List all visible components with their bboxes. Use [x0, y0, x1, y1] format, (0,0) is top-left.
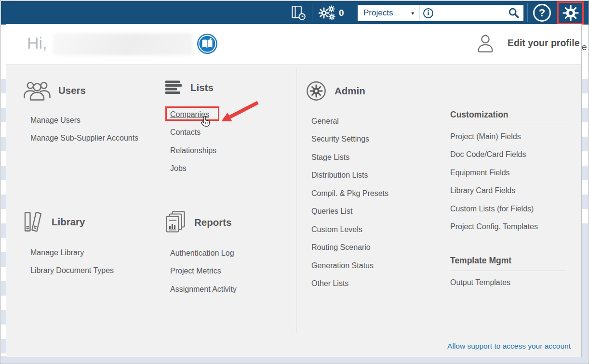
section-library-title: Library: [52, 216, 85, 228]
topbar: 0 Projects ▾ i ?: [1, 1, 589, 25]
annotation-arrow: [215, 100, 261, 126]
menu-item-compil-pkg-presets[interactable]: Compil. & Pkg Presets: [311, 184, 388, 203]
topbar-separator: [357, 3, 357, 22]
settings-menu-panel: Users Manage Users Manage Sub-Supplier A…: [6, 65, 582, 357]
greeting-text: Hi,: [27, 34, 47, 52]
search-icon[interactable]: [508, 7, 520, 19]
topbar-separator: [312, 3, 312, 22]
admin-gear-icon: [306, 80, 327, 102]
lists-links: Companies Contacts Relationships Jobs: [170, 105, 216, 178]
users-links: Manage Users Manage Sub-Supplier Account…: [30, 111, 138, 147]
menu-item-distribution-lists[interactable]: Distribution Lists: [311, 167, 388, 185]
chevron-down-icon: ▾: [411, 10, 414, 16]
menu-item-queries-list[interactable]: Queries List: [311, 203, 388, 221]
admin-links: General Security Settings Stage Lists Di…: [311, 112, 388, 293]
edit-profile-label: Edit your profile: [508, 38, 580, 49]
background-rows-right: [581, 65, 588, 238]
menu-item-companies[interactable]: Companies: [170, 105, 216, 124]
menu-item-manage-sub-supplier-accounts[interactable]: Manage Sub-Supplier Accounts: [30, 130, 138, 148]
settings-gear-highlight-box[interactable]: [557, 1, 584, 25]
menu-item-general[interactable]: General: [311, 112, 388, 130]
menu-item-generation-status[interactable]: Generation Status: [311, 257, 388, 275]
section-reports-title: Reports: [194, 217, 231, 228]
template-mgmt-links: Output Templates: [450, 273, 566, 292]
reports-icon: [165, 211, 187, 234]
section-admin-header: Admin: [306, 80, 388, 102]
section-admin: Admin General Security Settings Stage Li…: [306, 80, 388, 293]
menu-item-doc-code-card-fields[interactable]: Doc Code/Card Fields: [450, 146, 566, 164]
background-clipped-text: e: [582, 42, 587, 52]
menu-item-equipment-fields[interactable]: Equipment Fields: [450, 164, 566, 182]
edit-profile-button[interactable]: Edit your profile: [476, 33, 580, 53]
search-box: i: [419, 5, 523, 21]
menu-item-library-document-types[interactable]: Library Document Types: [30, 262, 114, 280]
section-admin-title: Admin: [335, 85, 365, 97]
section-library: Library Manage Library Library Document …: [24, 211, 114, 280]
customization-links: Project (Main) Fields Doc Code/Card Fiel…: [450, 128, 566, 236]
section-reports: Reports Authentication Log Project Metri…: [165, 211, 237, 299]
menu-item-security-settings[interactable]: Security Settings: [311, 130, 388, 149]
help-book-icon[interactable]: [197, 33, 218, 54]
background-rows-left: [1, 65, 6, 357]
menu-item-library-card-fields[interactable]: Library Card Fields: [450, 182, 566, 200]
menu-item-manage-users[interactable]: Manage Users: [30, 111, 138, 130]
menu-item-custom-lists-for-fields[interactable]: Custom Lists (for Fields): [450, 200, 566, 218]
section-customization: Customization Project (Main) Fields Doc …: [450, 110, 566, 236]
menu-item-stage-lists[interactable]: Stage Lists: [311, 148, 388, 167]
companies-link-text: Companies: [170, 110, 209, 119]
section-lists-header: Lists: [165, 80, 216, 95]
background-edge-top: e: [581, 25, 588, 65]
users-icon: [24, 80, 51, 101]
menu-item-authentication-log[interactable]: Authentication Log: [170, 244, 237, 262]
settings-gear-icon: [562, 5, 579, 21]
menu-item-other-lists[interactable]: Other Lists: [311, 275, 388, 293]
section-library-header: Library: [24, 211, 114, 233]
library-links: Manage Library Library Document Types: [30, 244, 114, 280]
library-icon: [24, 211, 44, 233]
menu-item-contacts[interactable]: Contacts: [170, 124, 216, 142]
menu-item-jobs[interactable]: Jobs: [170, 160, 216, 178]
section-users: Users Manage Users Manage Sub-Supplier A…: [24, 80, 138, 147]
section-template-mgmt: Template Mgmt Output Templates: [450, 256, 566, 292]
section-users-header: Users: [24, 80, 138, 101]
profile-header-row: Hi, Edit your profile: [6, 24, 582, 65]
menu-item-custom-levels[interactable]: Custom Levels: [311, 221, 388, 239]
app-window: e: [0, 0, 589, 364]
reports-links: Authentication Log Project Metrics Assig…: [170, 244, 237, 299]
search-scope-value: Projects: [363, 8, 411, 18]
section-template-mgmt-title: Template Mgmt: [450, 256, 566, 271]
menu-item-manage-library[interactable]: Manage Library: [30, 244, 114, 262]
search-scope-dropdown[interactable]: Projects ▾: [358, 5, 419, 21]
processes-gears-icon[interactable]: [319, 5, 337, 23]
search-input[interactable]: [433, 5, 508, 21]
person-icon: [476, 33, 495, 53]
menu-item-relationships[interactable]: Relationships: [170, 142, 216, 160]
background-edge-solid: [581, 238, 588, 357]
process-count-badge: 0: [339, 1, 344, 25]
menu-item-output-templates[interactable]: Output Templates: [450, 273, 566, 292]
redacted-user-name: [53, 33, 193, 55]
section-users-title: Users: [58, 85, 86, 96]
section-reports-header: Reports: [165, 211, 237, 234]
section-lists: Lists Companies Contacts Relationships J…: [165, 80, 216, 178]
lists-icon: [165, 80, 183, 95]
section-lists-title: Lists: [190, 82, 214, 93]
section-customization-title: Customization: [450, 110, 566, 125]
menu-item-routing-scenario[interactable]: Routing Scenario: [311, 239, 388, 257]
menu-item-project-main-fields[interactable]: Project (Main) Fields: [450, 128, 566, 146]
allow-support-link[interactable]: Allow support to access your account: [447, 342, 571, 351]
panel-divider: [296, 68, 296, 333]
menu-item-assignment-activity[interactable]: Assignment Activity: [170, 280, 237, 299]
recent-activity-icon[interactable]: [292, 5, 306, 23]
menu-item-project-metrics[interactable]: Project Metrics: [170, 262, 237, 281]
help-icon[interactable]: ?: [533, 4, 551, 22]
search-info-icon[interactable]: i: [423, 8, 433, 18]
menu-item-project-config-templates[interactable]: Project Config. Templates: [450, 218, 566, 236]
topbar-separator: [527, 3, 528, 22]
